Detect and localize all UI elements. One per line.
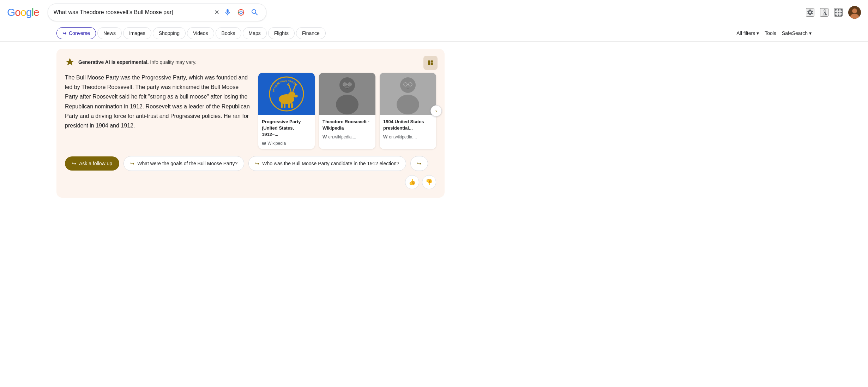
converse-arrow-icon: ↪	[62, 30, 67, 36]
ai-images: PROGRESSIVE PARTY Progressive Party (Uni…	[258, 73, 436, 149]
header: Google ✕	[0, 0, 868, 25]
labs-icon	[821, 8, 828, 16]
svg-rect-9	[428, 60, 430, 65]
safesearch-label: SafeSearch	[782, 30, 808, 36]
all-filters-label: All filters	[736, 30, 755, 36]
ai-answer-card: Generative AI is experimental. Info qual…	[56, 49, 445, 198]
wiki-logo-0: W	[262, 141, 266, 146]
ai-image-info-2: 1904 United States presidential... W en.…	[380, 115, 436, 142]
ai-gem-icon	[65, 57, 75, 67]
ai-image-thumb-2	[380, 73, 436, 115]
thumbs-up-button[interactable]: 👍	[405, 175, 419, 189]
google-logo[interactable]: Google	[7, 6, 39, 18]
thumbs-down-button[interactable]: 👎	[422, 175, 436, 189]
ai-image-title-0: Progressive Party (United States, 1912–.…	[262, 119, 311, 138]
ai-image-source-2: W en.wikipedia....	[383, 134, 433, 139]
ai-image-thumb-1	[319, 73, 375, 115]
labs-button[interactable]	[820, 8, 828, 17]
safesearch-chevron-icon: ▾	[809, 30, 812, 36]
tab-books-label: Books	[222, 30, 235, 36]
svg-rect-26	[291, 103, 293, 108]
search-bar: ✕	[48, 4, 266, 21]
grid-icon	[835, 9, 842, 16]
tab-shopping[interactable]: Shopping	[153, 27, 186, 39]
svg-point-22	[294, 95, 298, 97]
svg-rect-23	[281, 103, 283, 108]
main-content: Generative AI is experimental. Info qual…	[0, 42, 868, 205]
ask-followup-button[interactable]: ↪ Ask a follow up	[65, 156, 119, 171]
header-right	[806, 6, 861, 19]
all-filters-button[interactable]: All filters ▾	[736, 30, 759, 36]
followup-suggestion-0[interactable]: ↪ What were the goals of the Bull Moose …	[123, 156, 244, 171]
svg-point-12	[270, 77, 303, 111]
feedback-buttons: 👍 👎	[405, 175, 436, 189]
ask-followup-label: Ask a follow up	[79, 161, 112, 166]
ai-image-source-1: W en.wikipedia....	[323, 134, 372, 139]
search-input[interactable]	[54, 9, 211, 16]
safesearch-button[interactable]: SafeSearch ▾	[782, 30, 812, 36]
ai-image-card-0[interactable]: PROGRESSIVE PARTY Progressive Party (Uni…	[258, 73, 315, 149]
tab-shopping-label: Shopping	[159, 30, 180, 36]
suggestion-arrow-icon-2: ↪	[417, 161, 421, 166]
tab-news[interactable]: News	[97, 27, 122, 39]
svg-rect-15	[288, 95, 292, 100]
wiki-logo-1: W	[323, 134, 327, 139]
followup-suggestion-1[interactable]: ↪ Who was the Bull Moose Party candidate…	[248, 156, 406, 171]
tab-maps[interactable]: Maps	[243, 27, 267, 39]
search-bar-wrapper: ✕	[48, 4, 266, 21]
ai-image-thumb-0: PROGRESSIVE PARTY	[258, 73, 315, 115]
search-button[interactable]	[249, 7, 260, 18]
mic-button[interactable]	[222, 7, 233, 18]
ai-layout-toggle-button[interactable]	[423, 56, 438, 70]
layout-icon	[427, 60, 434, 66]
mic-icon	[224, 8, 231, 16]
nav-right: All filters ▾ Tools SafeSearch ▾	[736, 30, 812, 36]
ai-image-card-2[interactable]: 1904 United States presidential... W en.…	[380, 73, 436, 149]
svg-rect-10	[431, 60, 433, 62]
wiki-logo-2: W	[383, 134, 387, 139]
images-next-button[interactable]: ›	[430, 105, 442, 117]
grid-button[interactable]	[834, 8, 843, 17]
ai-answer-text: The Bull Moose Party was the Progressive…	[65, 73, 250, 149]
clear-icon[interactable]: ✕	[214, 8, 219, 16]
svg-point-29	[339, 77, 355, 93]
tools-button[interactable]: Tools	[765, 30, 776, 36]
tab-flights[interactable]: Flights	[268, 27, 295, 39]
settings-button[interactable]	[806, 8, 814, 17]
ai-images-wrapper: PROGRESSIVE PARTY Progressive Party (Uni…	[258, 73, 436, 149]
followup-arrow-icon: ↪	[72, 161, 76, 166]
avatar[interactable]	[848, 6, 861, 19]
svg-point-31	[343, 83, 346, 86]
tab-converse[interactable]: ↪ Converse	[56, 27, 96, 39]
tab-news-label: News	[103, 30, 116, 36]
suggestion-label-0: What were the goals of the Bull Moose Pa…	[137, 161, 237, 166]
tab-videos-label: Videos	[193, 30, 208, 36]
ai-image-card-1[interactable]: Theodore Roosevelt - Wikipedia W en.wiki…	[319, 73, 375, 149]
followup-section: ↪ Ask a follow up ↪ What were the goals …	[65, 156, 436, 189]
tab-videos[interactable]: Videos	[187, 27, 214, 39]
ai-body: The Bull Moose Party was the Progressive…	[65, 73, 436, 149]
chevron-right-icon: ›	[435, 108, 437, 114]
source-label-1: en.wikipedia....	[328, 135, 356, 139]
source-label-2: en.wikipedia....	[389, 135, 417, 139]
search-icon	[251, 8, 259, 17]
svg-point-39	[397, 95, 419, 114]
tab-finance-label: Finance	[302, 30, 320, 36]
followup-suggestion-2[interactable]: ↪	[410, 156, 428, 171]
ai-image-title-1: Theodore Roosevelt - Wikipedia	[323, 119, 372, 131]
ai-header: Generative AI is experimental. Info qual…	[65, 57, 436, 67]
tab-flights-label: Flights	[274, 30, 289, 36]
lens-button[interactable]	[236, 7, 246, 18]
svg-rect-25	[288, 103, 290, 108]
svg-rect-11	[431, 63, 433, 65]
svg-point-32	[348, 83, 351, 86]
nav-tabs: ↪ Converse News Images Shopping Videos B…	[0, 25, 868, 42]
tab-images-label: Images	[129, 30, 145, 36]
svg-point-30	[336, 95, 358, 114]
tab-books[interactable]: Books	[216, 27, 241, 39]
tab-images[interactable]: Images	[123, 27, 151, 39]
tools-label: Tools	[765, 30, 776, 36]
tab-finance[interactable]: Finance	[296, 27, 326, 39]
lens-icon	[237, 8, 245, 16]
tab-converse-label: Converse	[69, 30, 90, 36]
